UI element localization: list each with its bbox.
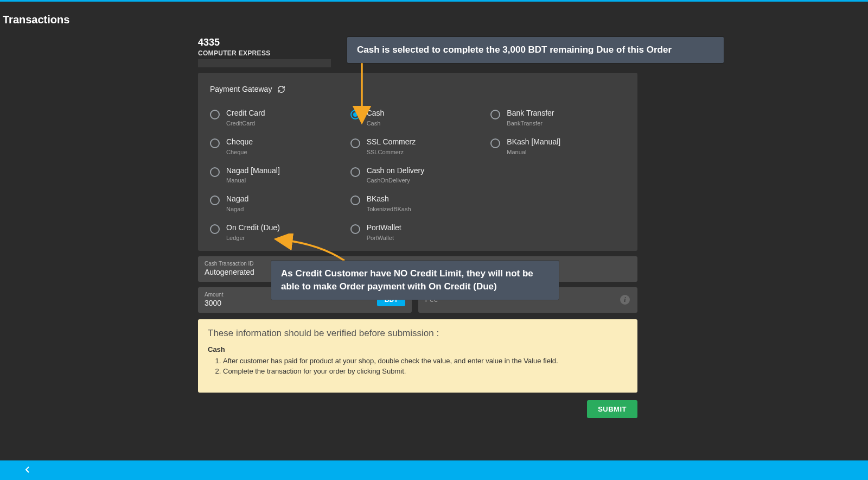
gateway-title: Cash — [367, 109, 385, 118]
gateway-title: Nagad [Manual] — [226, 166, 280, 175]
annotation-credit-limit: As Credit Customer have NO Credit Limit,… — [271, 261, 559, 300]
radio-icon[interactable] — [350, 110, 360, 119]
gateway-option[interactable]: Credit CardCreditCard — [210, 109, 345, 127]
radio-icon[interactable] — [490, 138, 500, 148]
radio-icon[interactable] — [350, 167, 360, 177]
gateway-subtitle: BankTransfer — [507, 120, 554, 127]
verify-step-2: Complete the transaction for your order … — [223, 367, 628, 375]
radio-icon[interactable] — [210, 167, 220, 177]
gateway-subtitle: TokenizedBKash — [367, 206, 411, 212]
header-underbar — [198, 59, 331, 67]
gateway-title: On Credit (Due) — [226, 223, 280, 232]
collapse-chevron-icon[interactable] — [25, 466, 30, 475]
gateway-title: Bank Transfer — [507, 109, 554, 118]
gateway-subtitle: Manual — [507, 149, 560, 155]
gateway-option[interactable]: PortWalletPortWallet — [350, 223, 486, 241]
radio-icon[interactable] — [350, 195, 360, 205]
gateway-option[interactable]: Nagad [Manual]Manual — [210, 166, 345, 184]
gateway-option[interactable]: BKash [Manual]Manual — [490, 137, 626, 155]
gateway-title: BKash [Manual] — [507, 137, 560, 147]
payment-gateway-panel: Payment Gateway Credit CardCreditCardCas… — [198, 73, 637, 251]
verify-title: These information should be verified bef… — [208, 328, 628, 339]
gateway-option[interactable]: BKashTokenizedBKash — [350, 194, 486, 212]
radio-icon[interactable] — [210, 138, 220, 148]
gateway-subtitle: PortWallet — [367, 235, 401, 241]
refresh-icon[interactable] — [277, 85, 285, 93]
page-title: Transactions — [0, 2, 868, 33]
gateway-option[interactable]: CashCash — [350, 109, 486, 127]
verify-step-1: After customer has paid for product at y… — [223, 357, 628, 365]
gateway-title: SSL Commerz — [367, 137, 416, 147]
radio-icon[interactable] — [490, 110, 500, 119]
gateway-subtitle: SSLCommerz — [367, 149, 416, 155]
gateway-options-grid: Credit CardCreditCardCashCashBank Transf… — [210, 109, 626, 241]
radio-icon[interactable] — [210, 110, 220, 119]
gateway-subtitle: Cheque — [226, 149, 253, 155]
gateway-subtitle: Ledger — [226, 235, 280, 241]
gateway-subtitle: Cash — [367, 120, 385, 127]
radio-icon[interactable] — [210, 224, 220, 234]
annotation-cash-selected: Cash is selected to complete the 3,000 B… — [347, 37, 724, 63]
gateway-option[interactable]: NagadNagad — [210, 194, 345, 212]
panel-header: Payment Gateway — [210, 85, 626, 93]
radio-icon[interactable] — [350, 138, 360, 148]
gateway-title: Credit Card — [226, 109, 265, 118]
gateway-title: BKash — [367, 194, 411, 204]
gateway-option[interactable]: ChequeCheque — [210, 137, 345, 155]
gateway-subtitle: Nagad — [226, 206, 248, 212]
gateway-option[interactable]: Cash on DeliveryCashOnDelivery — [350, 166, 486, 184]
gateway-title: Cheque — [226, 137, 253, 147]
gateway-subtitle: CashOnDelivery — [367, 177, 425, 184]
gateway-title: Cash on Delivery — [367, 166, 425, 175]
verification-panel: These information should be verified bef… — [198, 319, 637, 393]
gateway-option[interactable]: SSL CommerzSSLCommerz — [350, 137, 486, 155]
gateway-subtitle: Manual — [226, 177, 280, 184]
verify-steps: After customer has paid for product at y… — [223, 357, 628, 375]
gateway-title: PortWallet — [367, 223, 401, 232]
gateway-subtitle: CreditCard — [226, 120, 265, 127]
verify-subtitle: Cash — [208, 345, 628, 353]
amount-value: 3000 — [205, 299, 405, 307]
gateway-option[interactable]: Bank TransferBankTransfer — [490, 109, 626, 127]
submit-button[interactable]: SUBMIT — [587, 400, 637, 418]
panel-header-label: Payment Gateway — [210, 85, 272, 93]
gateway-title: Nagad — [226, 194, 248, 204]
bottom-bar — [0, 460, 868, 480]
radio-icon[interactable] — [210, 195, 220, 205]
radio-icon[interactable] — [350, 224, 360, 234]
main-content: 4335 COMPUTER EXPRESS Payment Gateway Cr… — [198, 37, 637, 418]
info-icon[interactable]: i — [620, 295, 630, 305]
gateway-option[interactable]: On Credit (Due)Ledger — [210, 223, 345, 241]
